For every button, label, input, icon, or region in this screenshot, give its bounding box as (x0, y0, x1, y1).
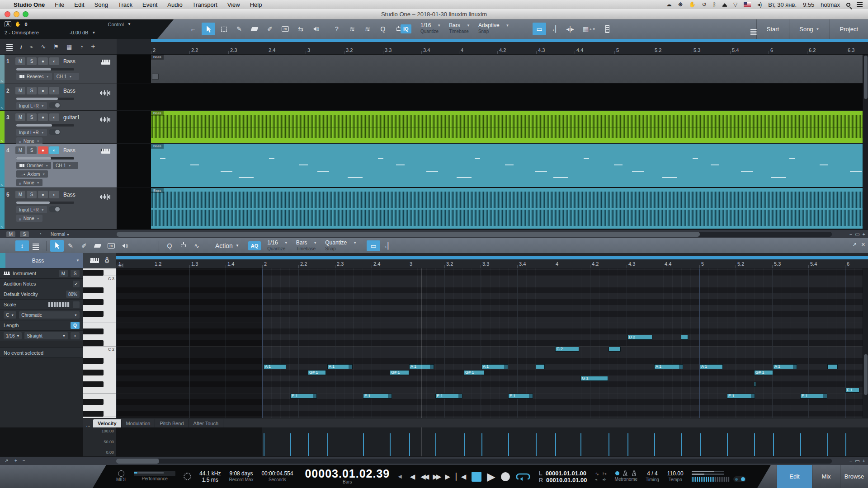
snap-mode-dropdown[interactable]: Adaptive▼ Snap (478, 23, 509, 34)
lane-tab-velocity[interactable]: Velocity (93, 419, 122, 427)
track-name[interactable]: guitar1 (63, 114, 80, 121)
edit-snap-dropdown[interactable]: Quantize▼ Snap (325, 240, 357, 252)
transient-edit-icon[interactable]: ≋ (361, 23, 374, 35)
edit-quantize-dropdown[interactable]: 1/16▼ Quantize (267, 240, 288, 252)
midi-note[interactable]: A 1 (773, 364, 797, 369)
track-header-5[interactable]: ∿5MS●◐BassInput L+R▼ᵢₗᵢNone▼ (0, 188, 117, 230)
velocity-bar[interactable] (800, 433, 801, 456)
metronome-icon[interactable] (631, 470, 637, 476)
track-list-menu-icon[interactable] (6, 46, 13, 47)
nav-start-button[interactable]: Start (756, 19, 789, 39)
edited-clip-selector[interactable]: Bass ▼ (0, 253, 83, 268)
automation-icon[interactable]: ∿ (41, 43, 46, 50)
track-record-arm-button[interactable]: ● (38, 87, 48, 94)
velocity-bar[interactable] (390, 433, 391, 456)
velocity-bar[interactable] (308, 433, 309, 456)
snap-relative-button[interactable]: ◂|▸ (563, 23, 577, 35)
piano-keyboard[interactable]: C 3C 2C 1 (83, 268, 116, 418)
io-toggle[interactable] (49, 102, 61, 108)
zoom-in-icon[interactable]: + (863, 458, 865, 464)
midi-note[interactable]: A 1 (654, 364, 683, 369)
track-io-dropdown[interactable]: Input L+R▼ (16, 206, 47, 213)
velocity-bar[interactable] (555, 433, 556, 456)
velocity-bar[interactable] (580, 433, 581, 456)
snap-to-grid-button[interactable]: →▏ (548, 23, 561, 35)
black-key[interactable] (83, 287, 104, 293)
track-solo-button[interactable]: S (27, 146, 37, 154)
play-button[interactable]: ▶ (487, 470, 495, 483)
track-mute-button[interactable]: M (15, 191, 25, 198)
tempo-track-icon[interactable]: ◔ (80, 43, 83, 50)
track-lane-4[interactable]: Bass (117, 144, 868, 188)
menubar-time[interactable]: 9:55 (803, 1, 814, 8)
black-key[interactable] (83, 270, 104, 276)
audition-notes-row[interactable]: Audition Notes ✓ (0, 279, 83, 289)
detach-editor-icon[interactable]: ↗ (853, 242, 857, 248)
audio-clip[interactable]: Bass (151, 188, 868, 229)
fast-forward-button[interactable]: ▶▶ (433, 473, 439, 481)
control-target[interactable]: 2 - Omnisphere (5, 30, 39, 35)
track-io-dropdown[interactable]: CH 1▼ (53, 162, 78, 169)
midi-note[interactable] (754, 382, 756, 387)
menu-item-view[interactable]: View (227, 1, 240, 8)
menubar-username[interactable]: hotmax (821, 1, 840, 8)
chevron-down-icon[interactable]: ▼ (92, 31, 95, 35)
midi-note[interactable]: F 1 (845, 388, 859, 393)
midi-note[interactable]: G# 1 (754, 370, 773, 375)
audio-clip[interactable]: Bass (151, 55, 868, 83)
edit-curve-button[interactable]: ∿ (190, 239, 203, 252)
black-key[interactable] (83, 358, 104, 364)
track-io-dropdown[interactable]: CH 1▼ (54, 73, 79, 80)
bluetooth-icon[interactable]: ᛒ (713, 1, 716, 8)
velocity-bar[interactable] (481, 433, 482, 456)
midi-note[interactable]: E 1 (363, 394, 392, 399)
length-quantize-button[interactable]: Q (71, 322, 80, 329)
track-lane-3[interactable]: Bass (117, 111, 868, 144)
draw-mode-icon[interactable]: ↗ (5, 458, 8, 463)
menu-item-file[interactable]: File (55, 1, 64, 8)
io-toggle[interactable] (49, 129, 61, 135)
drum-view-icon[interactable]: ⛢ (104, 256, 110, 265)
help-pointer-icon[interactable]: ? (330, 23, 344, 35)
track-name[interactable]: Bass (63, 88, 75, 94)
add-track-icon[interactable]: + (91, 42, 95, 51)
midi-note[interactable]: C 2 (555, 347, 579, 352)
timebase-dropdown[interactable]: Bars▼ Timebase (449, 23, 470, 34)
menu-item-audio[interactable]: Audio (167, 1, 182, 8)
track-name[interactable]: Bass (63, 147, 75, 154)
track-record-arm-button[interactable]: ● (38, 191, 48, 198)
eraser-tool-button[interactable] (248, 23, 261, 35)
black-key[interactable] (83, 299, 104, 305)
edit-timebase-dropdown[interactable]: Bars▼ Timebase (296, 240, 317, 252)
metronome-cluster[interactable]: Metronome (615, 470, 638, 483)
instrument-solo-button[interactable]: S (71, 270, 80, 277)
scale-root-dropdown[interactable]: C▼ (4, 311, 16, 319)
menu-item-event[interactable]: Event (142, 1, 157, 8)
hand-move-icon[interactable]: ✋ (15, 21, 21, 27)
velocity-bar[interactable] (727, 433, 728, 456)
track-header-3[interactable]: ∿3MS●◐guitar1Input L+R▼ᵢₗᵢNone▼ (0, 111, 117, 144)
menu-item-transport[interactable]: Transport (193, 1, 217, 8)
return-to-zero-button[interactable]: ▏◀ (456, 473, 466, 481)
zoom-fit-icon[interactable]: ▭ (855, 458, 859, 464)
loop-locators[interactable]: L00001.01.01.00 R00010.01.01.00 (539, 470, 587, 483)
track-monitor-button[interactable]: ◐ (49, 113, 59, 121)
midi-note[interactable] (536, 364, 545, 369)
click-enable-dot[interactable] (615, 471, 619, 475)
velocity-bar[interactable] (773, 433, 774, 456)
view-button-edit[interactable]: Edit (777, 465, 812, 488)
black-key[interactable] (83, 311, 104, 317)
velocity-bar[interactable] (264, 433, 264, 456)
spotlight-search-icon[interactable] (846, 3, 850, 7)
clock-icon[interactable]: ◔ (39, 231, 42, 236)
inspector-instrument-row[interactable]: Instrument M S (0, 268, 83, 279)
edit-playhead[interactable] (421, 268, 421, 418)
control-link-mode-icon[interactable]: A (5, 21, 11, 27)
scrollbar-thumb[interactable] (117, 232, 700, 237)
action-dropdown[interactable]: Action▼ (215, 239, 239, 252)
velocity-bar[interactable] (327, 433, 328, 456)
track-monitor-button[interactable]: ◐ (49, 146, 59, 154)
track-header-4[interactable]: ∿4MS●◐BassOmnher▼CH 1▼→▪Axiom▼ᵢₗᵢNone▼ (0, 144, 117, 188)
velocity-lane[interactable]: 100.0050.000.00 (0, 427, 868, 456)
collapse-time-icon[interactable]: ◀ (398, 474, 401, 479)
